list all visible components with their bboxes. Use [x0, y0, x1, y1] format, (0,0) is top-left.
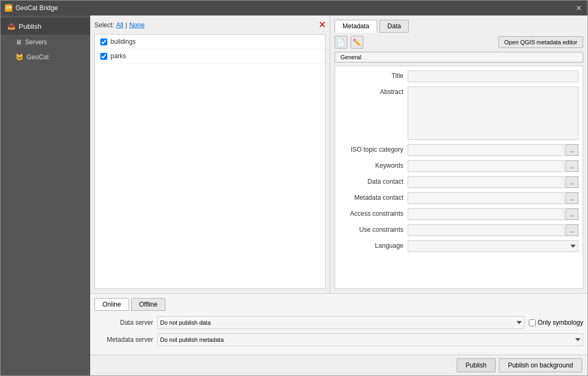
- data-server-select[interactable]: Do not publish data: [157, 316, 525, 329]
- iso-topic-browse-button[interactable]: ...: [566, 144, 578, 156]
- sidebar-item-servers[interactable]: 🖥 Servers: [1, 35, 90, 50]
- general-tab-label: General: [335, 52, 583, 62]
- use-constraints-row: Use constraints ...: [339, 224, 578, 236]
- iso-topic-label: ISO topic category: [339, 144, 403, 153]
- title-bar: 🗺 GeoCat Bridge ✕: [1, 1, 587, 15]
- metadata-contact-input[interactable]: [408, 192, 565, 204]
- keywords-field-group: ...: [408, 160, 578, 172]
- only-symbology-group: Only symbology: [529, 319, 583, 326]
- title-bar-text: GeoCat Bridge: [15, 4, 58, 12]
- open-qgis-button[interactable]: Open QGIS metadata editor: [498, 36, 583, 48]
- layer-item[interactable]: buildings: [95, 35, 325, 49]
- top-area: Select: All | None ✕ buildings: [90, 15, 587, 293]
- iso-topic-row: ISO topic category ...: [339, 144, 578, 156]
- metadata-form: Title Abstract ISO topic category: [335, 66, 583, 289]
- bottom-area: Online Offline Data server Do not publis…: [90, 293, 587, 355]
- publish-button[interactable]: Publish: [457, 358, 496, 372]
- metadata-server-row: Metadata server Do not publish metadata: [94, 333, 583, 346]
- doc-icon-button[interactable]: 📄: [335, 36, 347, 49]
- language-row: Language: [339, 240, 578, 252]
- main-window: 🗺 GeoCat Bridge ✕ 📤 Publish 🖥 Servers 🐱 …: [0, 0, 588, 376]
- metadata-tabs-row: Metadata Data: [335, 20, 583, 33]
- close-button[interactable]: ✕: [575, 4, 583, 12]
- metadata-server-label: Metadata server: [94, 336, 153, 343]
- keywords-row: Keywords ...: [339, 160, 578, 172]
- right-panel: Select: All | None ✕ buildings: [90, 15, 587, 375]
- data-server-row: Data server Do not publish data Only sym…: [94, 316, 583, 329]
- select-all-link[interactable]: All: [116, 21, 123, 29]
- use-constraints-input[interactable]: [408, 224, 565, 236]
- sidebar: 📤 Publish 🖥 Servers 🐱 GeoCat: [1, 15, 90, 375]
- title-label: Title: [339, 70, 403, 80]
- publish-icon: 📤: [7, 22, 15, 30]
- sidebar-geocat-label: GeoCat: [27, 53, 49, 61]
- iso-topic-field-group: ...: [408, 144, 578, 156]
- abstract-row: Abstract: [339, 87, 578, 140]
- access-constraints-browse-button[interactable]: ...: [566, 208, 578, 220]
- keywords-input[interactable]: [408, 160, 565, 172]
- main-content: 📤 Publish 🖥 Servers 🐱 GeoCat Select:: [1, 15, 587, 375]
- parks-checkbox[interactable]: [100, 53, 107, 60]
- language-label: Language: [339, 240, 403, 249]
- metadata-toolbar: 📄 ✏️ Open QGIS metadata editor: [335, 36, 583, 49]
- footer-bar: Publish Publish on background: [90, 355, 587, 375]
- language-select[interactable]: [408, 240, 578, 252]
- select-bar: Select: All | None ✕: [94, 20, 325, 30]
- sidebar-publish-label: Publish: [19, 22, 42, 30]
- layers-panel: Select: All | None ✕ buildings: [90, 15, 330, 293]
- title-row: Title: [339, 70, 578, 82]
- iso-topic-input[interactable]: [408, 144, 565, 156]
- metadata-panel: Metadata Data 📄 ✏️ Open QGIS metadata ed…: [330, 15, 587, 293]
- use-constraints-browse-button[interactable]: ...: [566, 224, 578, 236]
- edit-icon-button[interactable]: ✏️: [351, 36, 363, 49]
- data-contact-input[interactable]: [408, 176, 565, 188]
- keywords-browse-button[interactable]: ...: [566, 160, 578, 172]
- only-symbology-label[interactable]: Only symbology: [538, 319, 583, 326]
- access-constraints-row: Access constraints ...: [339, 208, 578, 220]
- metadata-contact-row: Metadata contact ...: [339, 192, 578, 204]
- select-label: Select:: [94, 21, 114, 29]
- tab-data[interactable]: Data: [379, 20, 409, 33]
- metadata-contact-label: Metadata contact: [339, 192, 403, 201]
- tab-metadata[interactable]: Metadata: [335, 20, 377, 33]
- metadata-contact-browse-button[interactable]: ...: [566, 192, 578, 204]
- select-separator: |: [125, 21, 127, 29]
- metadata-contact-field-group: ...: [408, 192, 578, 204]
- abstract-label: Abstract: [339, 87, 403, 96]
- metadata-server-select[interactable]: Do not publish metadata: [157, 333, 583, 346]
- keywords-label: Keywords: [339, 160, 403, 169]
- tab-offline[interactable]: Offline: [131, 298, 165, 311]
- access-constraints-input[interactable]: [408, 208, 565, 220]
- title-input[interactable]: [408, 70, 578, 82]
- title-bar-left: 🗺 GeoCat Bridge: [5, 4, 58, 12]
- access-constraints-label: Access constraints: [339, 208, 403, 217]
- access-constraints-field-group: ...: [408, 208, 578, 220]
- data-contact-field-group: ...: [408, 176, 578, 188]
- geocat-icon: 🐱: [15, 53, 23, 61]
- data-contact-browse-button[interactable]: ...: [566, 176, 578, 188]
- clear-selection-button[interactable]: ✕: [319, 20, 325, 30]
- select-bar-left: Select: All | None: [94, 21, 145, 29]
- online-offline-tabs: Online Offline: [94, 298, 583, 311]
- abstract-textarea[interactable]: [408, 87, 578, 140]
- layer-list: buildings parks: [94, 34, 325, 289]
- sidebar-servers-label: Servers: [25, 38, 47, 46]
- buildings-label[interactable]: buildings: [110, 38, 136, 45]
- use-constraints-label: Use constraints: [339, 224, 403, 233]
- tab-online[interactable]: Online: [94, 298, 129, 311]
- sidebar-item-publish[interactable]: 📤 Publish: [1, 18, 90, 35]
- data-contact-label: Data contact: [339, 176, 403, 185]
- servers-icon: 🖥: [15, 38, 22, 46]
- use-constraints-field-group: ...: [408, 224, 578, 236]
- layer-item[interactable]: parks: [95, 49, 325, 64]
- select-none-link[interactable]: None: [129, 21, 145, 29]
- data-server-label: Data server: [94, 319, 153, 326]
- sidebar-item-geocat[interactable]: 🐱 GeoCat: [1, 50, 90, 65]
- only-symbology-checkbox[interactable]: [529, 319, 536, 326]
- data-contact-row: Data contact ...: [339, 176, 578, 188]
- parks-label[interactable]: parks: [110, 52, 126, 60]
- buildings-checkbox[interactable]: [100, 38, 107, 45]
- app-icon: 🗺: [5, 4, 12, 12]
- publish-background-button[interactable]: Publish on background: [499, 358, 582, 372]
